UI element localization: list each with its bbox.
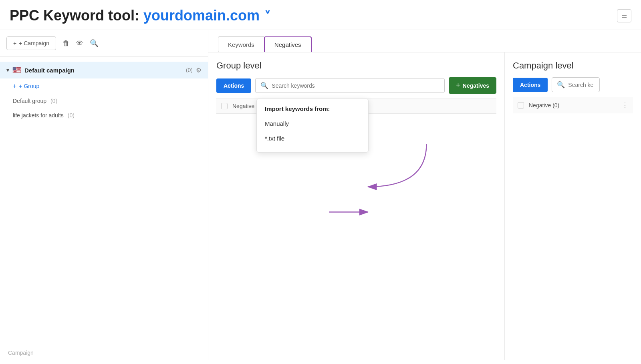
group-actions-button[interactable]: Actions: [216, 78, 251, 93]
campaign-search-box[interactable]: 🔍: [552, 77, 600, 92]
campaign-name: Default campaign: [24, 67, 183, 74]
page-title: PPC Keyword tool: yourdomain.com ˅: [10, 7, 270, 24]
select-all-checkbox[interactable]: [221, 103, 228, 109]
campaign-actions-button[interactable]: Actions: [513, 78, 548, 92]
group-level-panel: Group level Actions 🔍 + Negatives: [208, 52, 505, 360]
delete-icon[interactable]: 🗑: [62, 39, 70, 48]
manually-label: Manually: [265, 120, 289, 127]
add-campaign-button[interactable]: + + Campaign: [6, 36, 56, 50]
search-icon: 🔍: [260, 82, 268, 89]
campaign-level-title: Campaign level: [513, 60, 633, 71]
domain-link[interactable]: yourdomain.com: [143, 7, 260, 24]
group-actions-label: Actions: [224, 82, 244, 89]
campaign-level-panel: Campaign level Actions 🔍 Negative (0) ⋮: [505, 52, 641, 360]
add-group-label: + Group: [19, 83, 39, 89]
dropdown-title: Import keywords from:: [257, 105, 368, 116]
campaign-actions-label: Actions: [520, 82, 540, 88]
negative-column-header: Negative: [232, 103, 254, 109]
search-icon[interactable]: 🔍: [90, 39, 99, 48]
sidebar: + + Campaign 🗑 👁 🔍 ▾ 🇺🇸 Default campaign…: [0, 30, 208, 360]
negatives-label: Negatives: [463, 82, 489, 89]
sidebar-toolbar: + + Campaign 🗑 👁 🔍: [0, 36, 208, 57]
group-count: (0): [68, 112, 75, 119]
filter-button[interactable]: ⚌: [617, 9, 631, 22]
import-manually-option[interactable]: Manually: [257, 116, 368, 131]
negatives-button[interactable]: + Negatives: [449, 77, 496, 94]
campaign-search-icon: 🔍: [557, 81, 565, 88]
tab-negatives[interactable]: Negatives: [264, 36, 312, 52]
settings-icon[interactable]: ⚙: [196, 66, 202, 74]
group-level-toolbar: Actions 🔍 + Negatives: [216, 77, 496, 94]
list-item[interactable]: life jackets for adults (0): [0, 108, 208, 123]
group-name: Default group: [13, 98, 46, 104]
import-dropdown: Import keywords from: Manually *.txt fil…: [256, 99, 369, 153]
plus-icon: +: [13, 40, 16, 46]
add-group-plus-icon: +: [13, 82, 16, 90]
content-area: Keywords Negatives Group level Actions 🔍: [208, 30, 641, 360]
tabs-bar: Keywords Negatives: [208, 30, 641, 52]
group-search-input[interactable]: [272, 82, 439, 89]
add-campaign-label: + Campaign: [19, 40, 49, 46]
domain-chevron-icon[interactable]: ˅: [261, 10, 270, 23]
flag-icon: 🇺🇸: [12, 66, 21, 74]
campaign-item[interactable]: ▾ 🇺🇸 Default campaign (0) ⚙: [0, 62, 208, 78]
list-item[interactable]: Default group (0): [0, 94, 208, 108]
group-count: (0): [50, 98, 57, 104]
negatives-tab-label: Negatives: [274, 41, 301, 48]
txt-file-label: *.txt file: [265, 135, 284, 142]
group-name: life jackets for adults: [13, 112, 64, 119]
campaign-level-toolbar: Actions 🔍: [513, 77, 633, 92]
title-prefix: PPC Keyword tool:: [10, 7, 143, 24]
more-options-icon[interactable]: ⋮: [622, 101, 628, 109]
negatives-plus-icon: +: [456, 81, 460, 90]
campaign-negative-column-header: Negative (0): [529, 102, 559, 109]
panels-container: Group level Actions 🔍 + Negatives: [208, 52, 641, 360]
group-search-box[interactable]: 🔍: [255, 78, 445, 93]
header-actions: ⚌: [617, 9, 631, 22]
campaign-select-all-checkbox[interactable]: [518, 102, 524, 109]
main-layout: + + Campaign 🗑 👁 🔍 ▾ 🇺🇸 Default campaign…: [0, 30, 641, 360]
visibility-icon[interactable]: 👁: [76, 39, 83, 48]
import-txt-option[interactable]: *.txt file: [257, 131, 368, 146]
tab-keywords[interactable]: Keywords: [218, 36, 264, 52]
header: PPC Keyword tool: yourdomain.com ˅ ⚌: [0, 0, 641, 30]
campaign-count: (0): [186, 67, 193, 73]
expand-chevron-icon: ▾: [6, 67, 9, 73]
group-level-title: Group level: [216, 60, 496, 71]
keywords-tab-label: Keywords: [228, 41, 254, 48]
campaign-table-header: Negative (0) ⋮: [513, 97, 633, 113]
campaign-search-input[interactable]: [568, 82, 595, 88]
add-group-button[interactable]: + + Group: [0, 78, 208, 94]
